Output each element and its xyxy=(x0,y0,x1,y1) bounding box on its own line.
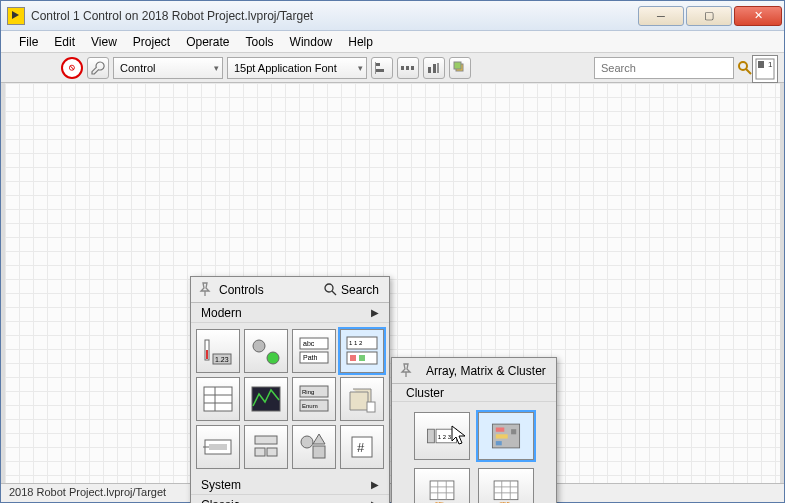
reorder-button[interactable] xyxy=(449,57,471,79)
resize-icon xyxy=(427,61,441,75)
subpalette-highlight-label: Cluster xyxy=(392,384,556,402)
svg-rect-44 xyxy=(209,444,227,450)
containers-icon[interactable] xyxy=(340,377,384,421)
svg-rect-48 xyxy=(267,448,277,456)
svg-rect-42 xyxy=(367,402,375,412)
svg-rect-59 xyxy=(496,434,508,438)
svg-text:Enum: Enum xyxy=(302,403,318,409)
svg-rect-14 xyxy=(758,61,764,68)
list-table-icon[interactable] xyxy=(196,377,240,421)
array-icon[interactable]: 1 2 3 xyxy=(414,412,470,460)
svg-rect-32 xyxy=(359,355,365,361)
svg-rect-47 xyxy=(255,448,265,456)
menu-window[interactable]: Window xyxy=(282,33,341,51)
io-icon[interactable] xyxy=(196,425,240,469)
close-button[interactable]: ✕ xyxy=(734,6,782,26)
svg-point-23 xyxy=(267,352,279,364)
numeric-icon[interactable]: 1.23 xyxy=(196,329,240,373)
palette-modern-grid: 1.23 abcPath 1 1 2 RingEnum # xyxy=(191,323,389,475)
svg-text:1: 1 xyxy=(768,60,773,69)
svg-text:Path: Path xyxy=(303,354,318,361)
svg-text:1.23: 1.23 xyxy=(215,356,229,363)
svg-line-12 xyxy=(746,69,751,74)
palette-search-button[interactable]: Search xyxy=(320,283,383,297)
maximize-button[interactable]: ▢ xyxy=(686,6,732,26)
connector-pane[interactable]: 1 xyxy=(752,55,778,83)
complex-matrix-icon[interactable]: CDB xyxy=(478,468,534,503)
string-path-icon[interactable]: abcPath xyxy=(292,329,336,373)
ring-enum-icon[interactable]: RingEnum xyxy=(292,377,336,421)
svg-rect-62 xyxy=(430,481,454,500)
array-matrix-cluster-icon[interactable]: 1 1 2 xyxy=(340,329,384,373)
wrench-icon xyxy=(91,61,105,75)
app-icon xyxy=(7,7,25,25)
decorations-icon[interactable] xyxy=(292,425,336,469)
svg-rect-7 xyxy=(433,64,436,73)
resize-objects-button[interactable] xyxy=(423,57,445,79)
svg-text:Ring: Ring xyxy=(302,389,314,395)
svg-text:abc: abc xyxy=(303,340,315,347)
real-matrix-icon[interactable]: DBL xyxy=(414,468,470,503)
svg-rect-3 xyxy=(401,66,404,70)
subpalette-title: Array, Matrix & Cluster xyxy=(426,364,550,378)
svg-point-22 xyxy=(253,340,265,352)
search-input[interactable] xyxy=(594,57,734,79)
distribute-icon xyxy=(401,61,415,75)
boolean-icon[interactable] xyxy=(244,329,288,373)
front-panel-canvas[interactable]: Controls Search Modern▶ 1.23 abcPath 1 1… xyxy=(1,83,784,483)
svg-rect-31 xyxy=(350,355,356,361)
abort-button[interactable]: ⦸ xyxy=(61,57,83,79)
chevron-right-icon: ▶ xyxy=(371,307,379,318)
pin-icon[interactable] xyxy=(398,363,414,379)
svg-point-16 xyxy=(325,284,333,292)
type-selector[interactable]: Control xyxy=(113,57,223,79)
svg-rect-58 xyxy=(496,428,505,432)
svg-rect-33 xyxy=(204,387,232,411)
refnum-icon[interactable]: # xyxy=(340,425,384,469)
align-objects-button[interactable] xyxy=(371,57,393,79)
menu-help[interactable]: Help xyxy=(340,33,381,51)
pin-icon[interactable] xyxy=(197,282,213,298)
reorder-icon xyxy=(453,61,467,75)
svg-rect-19 xyxy=(206,350,208,359)
connector-icon: 1 xyxy=(755,58,775,80)
svg-text:1 2 3: 1 2 3 xyxy=(438,434,452,440)
distribute-objects-button[interactable] xyxy=(397,57,419,79)
svg-point-11 xyxy=(739,62,747,70)
svg-rect-10 xyxy=(454,62,461,69)
menu-operate[interactable]: Operate xyxy=(178,33,237,51)
svg-rect-50 xyxy=(313,446,325,458)
svg-line-17 xyxy=(332,291,336,295)
titlebar: Control 1 Control on 2018 Robot Project.… xyxy=(1,1,784,31)
svg-rect-1 xyxy=(376,69,384,72)
status-text: 2018 Robot Project.lvproj/Target xyxy=(9,486,166,498)
svg-rect-46 xyxy=(255,436,277,444)
svg-rect-68 xyxy=(494,481,518,500)
controls-palette: Controls Search Modern▶ 1.23 abcPath 1 1… xyxy=(190,276,390,503)
svg-rect-54 xyxy=(428,429,435,443)
graph-icon[interactable] xyxy=(244,377,288,421)
menubar: File Edit View Project Operate Tools Win… xyxy=(1,31,784,53)
menu-file[interactable]: File xyxy=(11,33,46,51)
svg-rect-4 xyxy=(406,66,409,70)
svg-rect-0 xyxy=(376,63,380,66)
subpalette-array-matrix-cluster: Array, Matrix & Cluster Cluster 1 2 3 DB… xyxy=(391,357,557,503)
menu-view[interactable]: View xyxy=(83,33,125,51)
window-title: Control 1 Control on 2018 Robot Project.… xyxy=(31,9,638,23)
toolbar: ⦸ Control 15pt Application Font ? xyxy=(1,53,784,83)
menu-project[interactable]: Project xyxy=(125,33,178,51)
minimize-button[interactable]: ─ xyxy=(638,6,684,26)
svg-marker-51 xyxy=(313,434,325,444)
cluster-icon[interactable] xyxy=(478,412,534,460)
menu-edit[interactable]: Edit xyxy=(46,33,83,51)
svg-text:1 1 2: 1 1 2 xyxy=(349,340,363,346)
menu-tools[interactable]: Tools xyxy=(238,33,282,51)
svg-rect-61 xyxy=(511,429,516,434)
font-selector[interactable]: 15pt Application Font xyxy=(227,57,367,79)
palette-category-classic[interactable]: Classic▶ xyxy=(191,495,389,503)
wrench-button[interactable] xyxy=(87,57,109,79)
palette-category-system[interactable]: System▶ xyxy=(191,475,389,495)
svg-text:#: # xyxy=(357,440,365,455)
palette-category-modern[interactable]: Modern▶ xyxy=(191,303,389,323)
variant-class-icon[interactable] xyxy=(244,425,288,469)
